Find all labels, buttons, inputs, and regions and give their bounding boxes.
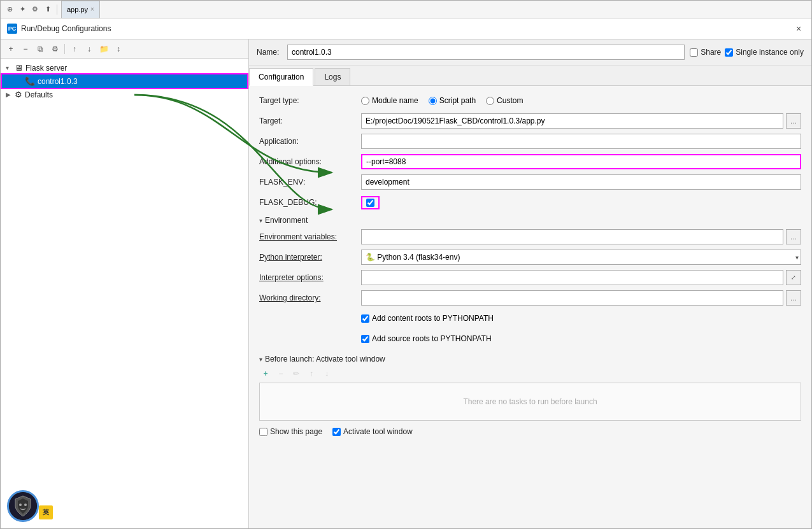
add-source-roots-checkbox[interactable] xyxy=(361,335,369,343)
add-content-roots-label[interactable]: Add content roots to PYTHONPATH xyxy=(361,314,494,323)
target-input[interactable] xyxy=(361,113,783,129)
env-variables-label: Environment variables: xyxy=(259,232,361,241)
radio-custom[interactable]: Custom xyxy=(486,96,523,105)
add-content-roots-checkbox[interactable] xyxy=(361,314,369,323)
add-source-roots-text: Add source roots to PYTHONPATH xyxy=(372,334,492,343)
single-instance-label[interactable]: Single instance only xyxy=(736,48,804,57)
config-tree: ▾ 🖥 Flask server 📞 control1.0.3 ▶ ⚙ Defa… xyxy=(1,59,248,528)
before-launch-down-button[interactable]: ↓ xyxy=(320,367,333,380)
interpreter-options-row: Interpreter options: ⤢ xyxy=(259,269,801,286)
dialog-close-button[interactable]: × xyxy=(792,22,805,35)
tab-configuration[interactable]: Configuration xyxy=(249,68,313,86)
interpreter-options-input[interactable] xyxy=(361,270,783,285)
toolbar-icon-2[interactable]: ✦ xyxy=(17,4,27,15)
radio-script-path[interactable]: Script path xyxy=(429,96,476,105)
file-tab-label: app.py xyxy=(67,6,88,13)
working-directory-row: Working directory: … xyxy=(259,290,801,306)
tree-item-control[interactable]: 📞 control1.0.3 xyxy=(1,74,248,88)
tree-arrow-flask: ▾ xyxy=(6,64,12,71)
defaults-label: Defaults xyxy=(25,90,53,99)
bottom-options: Show this page Activate tool window xyxy=(259,427,801,436)
share-area: Share Single instance only xyxy=(690,48,804,57)
share-checkbox[interactable] xyxy=(690,48,698,57)
toolbar-icon-1[interactable]: ⊕ xyxy=(4,4,15,15)
toolbar-icon-4[interactable]: ⬆ xyxy=(43,4,53,15)
target-browse-button[interactable]: … xyxy=(786,113,801,129)
radio-module-name[interactable]: Module name xyxy=(361,96,418,105)
target-type-label: Target type: xyxy=(259,96,361,105)
additional-options-row: Additional options: xyxy=(259,153,801,170)
env-variables-input[interactable] xyxy=(361,229,783,244)
config-icon: 📞 xyxy=(25,76,35,86)
language-badge: 英 xyxy=(39,505,53,519)
sort-button[interactable]: ↕ xyxy=(112,43,125,55)
toolbar-icon-3[interactable]: ⚙ xyxy=(30,4,40,15)
before-launch-toolbar: + − ✏ ↑ ↓ xyxy=(259,367,801,380)
before-launch-label: Before launch: Activate tool window xyxy=(265,355,385,363)
file-tab[interactable]: app.py × xyxy=(61,1,100,18)
copy-config-button[interactable]: ⧉ xyxy=(34,43,46,55)
show-this-page-checkbox[interactable] xyxy=(259,428,267,436)
radio-custom-label: Custom xyxy=(497,96,523,105)
config-tabs: Configuration Logs xyxy=(249,66,811,86)
add-content-roots-control: Add content roots to PYTHONPATH xyxy=(361,314,801,323)
interpreter-options-expand-button[interactable]: ⤢ xyxy=(786,270,801,285)
show-this-page-label[interactable]: Show this page xyxy=(259,427,322,436)
file-tab-close[interactable]: × xyxy=(90,6,94,13)
left-toolbar: + − ⧉ ⚙ ↑ ↓ 📁 ↕ xyxy=(1,39,248,59)
tree-item-flask-server[interactable]: ▾ 🖥 Flask server xyxy=(1,61,248,74)
add-source-roots-label[interactable]: Add source roots to PYTHONPATH xyxy=(361,334,492,343)
environment-arrow[interactable]: ▾ xyxy=(259,217,262,224)
additional-options-input[interactable] xyxy=(361,154,801,169)
before-launch-remove-button[interactable]: − xyxy=(274,367,287,380)
share-label[interactable]: Share xyxy=(701,48,721,57)
before-launch-tasks: There are no tasks to run before launch xyxy=(259,383,801,421)
left-panel: + − ⧉ ⚙ ↑ ↓ 📁 ↕ ▾ 🖥 Flask server xyxy=(1,39,249,528)
before-launch-up-button[interactable]: ↑ xyxy=(305,367,318,380)
flask-debug-checkbox[interactable] xyxy=(366,199,374,207)
svg-point-1 xyxy=(19,504,22,506)
target-type-options: Module name Script path Custom xyxy=(361,96,801,105)
radio-script-label: Script path xyxy=(439,96,476,105)
before-launch-arrow[interactable]: ▾ xyxy=(259,356,262,363)
tree-item-defaults[interactable]: ▶ ⚙ Defaults xyxy=(1,88,248,101)
radio-module-name-input[interactable] xyxy=(361,97,369,105)
tab-logs[interactable]: Logs xyxy=(315,68,350,85)
remove-config-button[interactable]: − xyxy=(19,43,32,55)
name-input[interactable] xyxy=(287,45,685,60)
env-variables-browse-button[interactable]: … xyxy=(786,229,801,244)
working-directory-browse-button[interactable]: … xyxy=(786,290,801,306)
move-down-button[interactable]: ↓ xyxy=(83,43,96,55)
right-panel: Name: Share Single instance only Configu… xyxy=(249,39,811,528)
python-interpreter-dropdown[interactable]: 🐍 Python 3.4 (flask34-env) ▾ xyxy=(361,250,801,265)
before-launch-add-button[interactable]: + xyxy=(259,367,272,380)
avatar xyxy=(7,490,39,522)
interpreter-options-control: ⤢ xyxy=(361,270,801,285)
move-up-button[interactable]: ↑ xyxy=(68,43,81,55)
working-directory-input[interactable] xyxy=(361,290,783,306)
folder-button[interactable]: 📁 xyxy=(97,43,110,55)
python-interpreter-control: 🐍 Python 3.4 (flask34-env) ▾ xyxy=(361,250,801,265)
title-bar: PC Run/Debug Configurations × xyxy=(1,18,811,39)
before-launch-edit-button[interactable]: ✏ xyxy=(290,367,303,380)
additional-options-label: Additional options: xyxy=(259,157,361,166)
activate-tool-window-label[interactable]: Activate tool window xyxy=(332,427,413,436)
flask-server-label: Flask server xyxy=(25,64,67,73)
application-input[interactable] xyxy=(361,134,801,149)
interpreter-options-label: Interpreter options: xyxy=(259,273,361,282)
radio-custom-input[interactable] xyxy=(486,97,494,105)
pc-icon: PC xyxy=(7,24,17,34)
flask-env-input[interactable] xyxy=(361,174,801,190)
toolbar-separator xyxy=(57,4,57,15)
add-config-button[interactable]: + xyxy=(4,43,17,55)
activate-tool-window-checkbox[interactable] xyxy=(332,428,341,436)
single-instance-checkbox[interactable] xyxy=(725,48,733,57)
before-launch-section: ▾ Before launch: Activate tool window + … xyxy=(259,355,801,421)
python-interpreter-select[interactable]: 🐍 Python 3.4 (flask34-env) xyxy=(361,250,801,265)
title-bar-left: PC Run/Debug Configurations xyxy=(7,24,111,34)
settings-button[interactable]: ⚙ xyxy=(48,43,61,55)
application-row: Application: xyxy=(259,133,801,150)
radio-script-path-input[interactable] xyxy=(429,97,437,105)
show-this-page-text: Show this page xyxy=(270,427,322,436)
tree-arrow-defaults: ▶ xyxy=(6,91,12,98)
